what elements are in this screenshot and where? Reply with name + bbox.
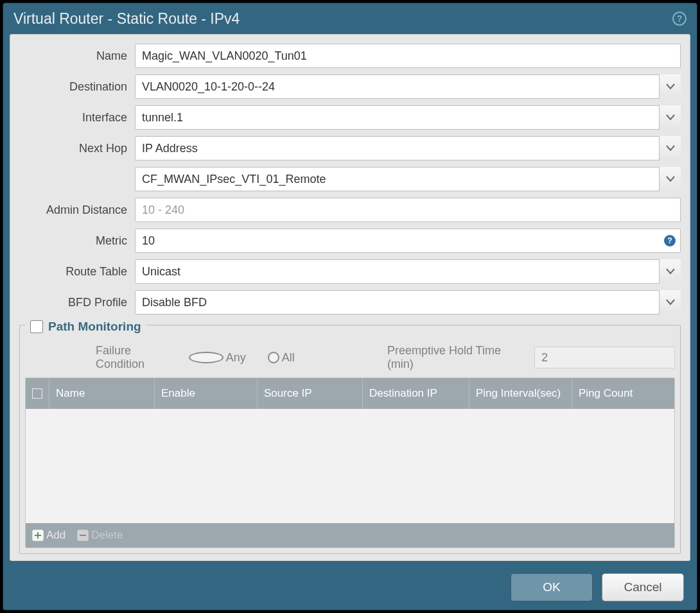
row-admin-distance: Admin Distance 10 - 240 bbox=[19, 198, 681, 222]
row-nexthop-addr: CF_MWAN_IPsec_VTI_01_Remote bbox=[19, 167, 681, 191]
dialog-button-bar: OK Cancel bbox=[3, 565, 697, 610]
admin-distance-field[interactable]: 10 - 240 bbox=[135, 198, 681, 222]
nexthop-type-dropdown-button[interactable] bbox=[659, 136, 681, 160]
label-interface: Interface bbox=[19, 111, 135, 125]
bfd-value: Disable BFD bbox=[142, 296, 654, 309]
chevron-down-icon bbox=[666, 114, 675, 121]
failure-condition-row: Failure Condition Any All Preemptive Hol… bbox=[25, 340, 675, 377]
monitoring-table: Name Enable Source IP Destination IP Pin… bbox=[25, 377, 675, 548]
chevron-down-icon bbox=[666, 83, 675, 90]
interface-select[interactable]: tunnel.1 bbox=[135, 105, 681, 130]
bfd-select[interactable]: Disable BFD bbox=[135, 290, 681, 315]
col-dest-ip[interactable]: Destination IP bbox=[363, 378, 469, 409]
col-ping-interval[interactable]: Ping Interval(sec) bbox=[469, 378, 572, 409]
chevron-down-icon bbox=[666, 176, 675, 182]
destination-dropdown-button[interactable] bbox=[659, 74, 681, 99]
label-nexthop: Next Hop bbox=[19, 142, 135, 155]
group-header: Path Monitoring bbox=[25, 316, 146, 338]
label-name: Name bbox=[19, 49, 135, 63]
row-metric: Metric 10 ? bbox=[19, 229, 681, 253]
row-bfd: BFD Profile Disable BFD bbox=[19, 290, 681, 315]
col-source-ip[interactable]: Source IP bbox=[258, 378, 363, 409]
add-label: Add bbox=[46, 529, 66, 542]
table-body bbox=[26, 409, 674, 523]
add-button[interactable]: Add bbox=[32, 529, 66, 542]
delete-button[interactable]: Delete bbox=[77, 529, 123, 542]
route-table-dropdown-button[interactable] bbox=[659, 259, 681, 284]
route-table-value: Unicast bbox=[142, 265, 654, 279]
table-footer: Add Delete bbox=[26, 523, 674, 548]
help-icon[interactable]: ? bbox=[672, 12, 687, 26]
row-name: Name Magic_WAN_VLAN0020_Tun01 bbox=[19, 44, 681, 68]
name-field[interactable]: Magic_WAN_VLAN0020_Tun01 bbox=[135, 44, 681, 68]
col-ping-count[interactable]: Ping Count bbox=[572, 378, 674, 409]
dialog-title: Virtual Router - Static Route - IPv4 bbox=[13, 10, 240, 28]
radio-all-label: All bbox=[282, 351, 295, 365]
metric-field[interactable]: 10 bbox=[135, 229, 681, 253]
cancel-label: Cancel bbox=[624, 580, 661, 594]
nexthop-addr-value: CF_MWAN_IPsec_VTI_01_Remote bbox=[142, 173, 654, 186]
label-admin-distance: Admin Distance bbox=[19, 203, 135, 217]
dialog-virtual-router-static-route: Virtual Router - Static Route - IPv4 ? N… bbox=[3, 3, 697, 610]
dialog-body: Name Magic_WAN_VLAN0020_Tun01 Destinatio… bbox=[10, 34, 690, 561]
path-monitoring-group: Path Monitoring Failure Condition Any Al… bbox=[19, 325, 681, 554]
label-bfd: BFD Profile bbox=[19, 296, 135, 309]
destination-select[interactable]: VLAN0020_10-1-20-0--24 bbox=[135, 74, 681, 99]
label-route-table: Route Table bbox=[19, 265, 135, 279]
destination-value: VLAN0020_10-1-20-0--24 bbox=[142, 80, 654, 94]
hold-time-value: 2 bbox=[541, 351, 548, 365]
delete-label: Delete bbox=[91, 529, 123, 542]
hold-time-label: Preemptive Hold Time (min) bbox=[387, 344, 523, 371]
chevron-down-icon bbox=[666, 268, 675, 275]
interface-dropdown-button[interactable] bbox=[659, 105, 681, 130]
hold-time-field[interactable]: 2 bbox=[534, 347, 675, 368]
path-monitoring-checkbox[interactable] bbox=[30, 320, 43, 333]
row-nexthop-type: Next Hop IP Address bbox=[19, 136, 681, 160]
name-value: Magic_WAN_VLAN0020_Tun01 bbox=[142, 49, 674, 63]
nexthop-addr-dropdown-button[interactable] bbox=[659, 167, 681, 191]
nexthop-type-value: IP Address bbox=[142, 142, 654, 155]
chevron-down-icon bbox=[666, 145, 675, 151]
radio-any[interactable] bbox=[189, 352, 223, 363]
radio-any-label: Any bbox=[226, 351, 246, 365]
metric-help-icon[interactable]: ? bbox=[664, 235, 676, 246]
titlebar: Virtual Router - Static Route - IPv4 ? bbox=[3, 3, 697, 34]
col-select-all[interactable] bbox=[26, 378, 49, 409]
cancel-button[interactable]: Cancel bbox=[602, 573, 684, 601]
minus-icon bbox=[77, 530, 89, 541]
failure-option-any[interactable]: Any bbox=[189, 351, 246, 365]
row-destination: Destination VLAN0020_10-1-20-0--24 bbox=[19, 74, 681, 99]
label-metric: Metric bbox=[19, 234, 135, 248]
col-name[interactable]: Name bbox=[49, 378, 155, 409]
checkbox-icon bbox=[32, 388, 42, 399]
ok-button[interactable]: OK bbox=[511, 573, 593, 601]
group-title: Path Monitoring bbox=[48, 320, 141, 334]
admin-distance-placeholder: 10 - 240 bbox=[142, 203, 674, 217]
row-route-table: Route Table Unicast bbox=[19, 259, 681, 284]
nexthop-type-select[interactable]: IP Address bbox=[135, 136, 681, 160]
radio-all[interactable] bbox=[268, 352, 279, 363]
table-header: Name Enable Source IP Destination IP Pin… bbox=[26, 378, 674, 409]
group-body: Failure Condition Any All Preemptive Hol… bbox=[20, 338, 680, 553]
chevron-down-icon bbox=[666, 299, 675, 306]
label-destination: Destination bbox=[19, 80, 135, 94]
ok-label: OK bbox=[543, 580, 560, 594]
col-enable[interactable]: Enable bbox=[155, 378, 258, 409]
failure-option-all[interactable]: All bbox=[268, 351, 295, 365]
interface-value: tunnel.1 bbox=[142, 111, 654, 125]
bfd-dropdown-button[interactable] bbox=[659, 290, 681, 315]
row-interface: Interface tunnel.1 bbox=[19, 105, 681, 130]
plus-icon bbox=[32, 530, 44, 541]
route-table-select[interactable]: Unicast bbox=[135, 259, 681, 284]
metric-value: 10 bbox=[142, 234, 674, 248]
nexthop-addr-select[interactable]: CF_MWAN_IPsec_VTI_01_Remote bbox=[135, 167, 681, 191]
failure-condition-label: Failure Condition bbox=[96, 344, 179, 371]
